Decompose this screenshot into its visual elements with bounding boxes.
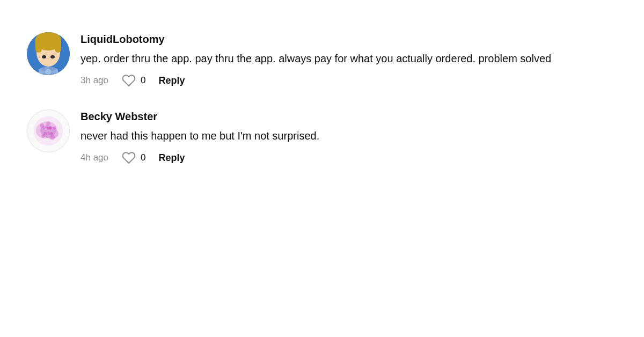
svg-point-16: [53, 126, 56, 129]
avatar-beckywebster: Park Jimin: [27, 109, 70, 152]
svg-rect-5: [55, 36, 61, 53]
svg-point-10: [45, 69, 52, 75]
comment-time-2: 4h ago: [80, 152, 108, 163]
comments-container: LiquidLobotomy yep. order thru the app. …: [0, 0, 644, 197]
comment-actions-1: 3h ago 0 Reply: [80, 73, 617, 88]
reply-button-2[interactable]: Reply: [158, 152, 185, 164]
comment-item-2: Park Jimin Becky Webster never had this …: [27, 109, 617, 165]
avatar-liquidlobotomy: [27, 32, 70, 75]
comment-username-1: LiquidLobotomy: [80, 32, 617, 46]
comment-text-2: never had this happen to me but I'm not …: [80, 128, 596, 144]
like-count-1: 0: [141, 75, 145, 86]
svg-text:Jimin: Jimin: [43, 131, 53, 135]
svg-text:Park: Park: [45, 126, 53, 130]
comment-time-1: 3h ago: [80, 75, 108, 86]
comment-actions-2: 4h ago 0 Reply: [80, 150, 617, 165]
svg-point-17: [50, 135, 55, 140]
svg-point-15: [40, 123, 44, 128]
reply-button-1[interactable]: Reply: [158, 75, 185, 86]
svg-point-6: [42, 55, 46, 58]
heart-icon-1[interactable]: [121, 73, 136, 88]
comment-body-2: Becky Webster never had this happen to m…: [80, 109, 617, 165]
comment-username-2: Becky Webster: [80, 109, 617, 123]
comment-item-1: LiquidLobotomy yep. order thru the app. …: [27, 32, 617, 88]
svg-rect-4: [35, 36, 42, 53]
comment-text-1: yep. order thru the app. pay thru the ap…: [80, 50, 596, 67]
like-group-1: 0: [121, 73, 145, 88]
heart-icon-2[interactable]: [121, 150, 136, 165]
like-group-2: 0: [121, 150, 145, 165]
comment-body-1: LiquidLobotomy yep. order thru the app. …: [80, 32, 617, 88]
svg-point-7: [50, 55, 55, 58]
svg-point-19: [46, 121, 50, 126]
like-count-2: 0: [141, 152, 145, 163]
